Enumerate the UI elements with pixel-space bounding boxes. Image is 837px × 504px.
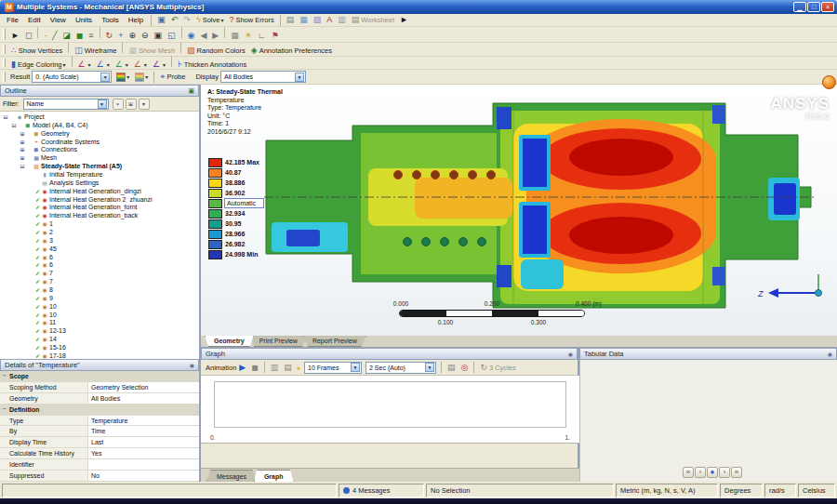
- tree-item[interactable]: ✓ ◉ Internal Heat Generation_dingzi: [0, 187, 199, 195]
- tree-item[interactable]: ✓ ◉ Internal Heat Generation_fornt: [0, 203, 199, 211]
- details-row[interactable]: Calculate Time History Yes: [0, 448, 199, 459]
- next-frame-icon[interactable]: ›: [719, 467, 730, 478]
- legend-value[interactable]: 36.902: [225, 190, 245, 196]
- frames-combobox[interactable]: 10 Frames ▼: [304, 362, 362, 374]
- tree-item[interactable]: ✓ ◉ Internal Heat Generation_back: [0, 211, 199, 219]
- triad[interactable]: Z: [757, 274, 822, 298]
- tree-expander-icon[interactable]: ⊟: [2, 113, 9, 120]
- image-icon[interactable]: ▧: [312, 14, 324, 26]
- zoom-in-icon[interactable]: ⊕: [126, 30, 138, 42]
- status-messages[interactable]: 4 Messages: [339, 484, 424, 497]
- tree-item[interactable]: ✓ ◉ 11: [0, 318, 199, 326]
- menu-item[interactable]: Units: [71, 16, 97, 24]
- tree-item[interactable]: ▮ Initial Temperature: [0, 170, 199, 179]
- tree-item[interactable]: ⊞ ◼ Connections: [0, 145, 199, 153]
- tag-icon[interactable]: ⚑: [270, 30, 281, 42]
- pin-icon[interactable]: ◉: [828, 351, 832, 357]
- tree-item[interactable]: ✓ ◉ 9: [0, 294, 199, 302]
- tree-expander-icon[interactable]: ⊞: [19, 139, 26, 145]
- stop-button[interactable]: ◼: [249, 362, 259, 374]
- menu-item[interactable]: View: [46, 16, 71, 24]
- edge-connectivity-icon[interactable]: ∠: [95, 59, 112, 71]
- viewport-tab[interactable]: Report Preview: [303, 336, 366, 347]
- details-row[interactable]: By Time: [0, 426, 199, 437]
- tree-expander-icon[interactable]: ⊞: [19, 130, 26, 137]
- legend-value[interactable]: 28.966: [225, 231, 245, 237]
- zoom-box-icon[interactable]: ▣: [153, 30, 165, 42]
- tree-expander-icon[interactable]: ⊞: [19, 146, 26, 153]
- tree-item[interactable]: ✓ ◉ 2: [0, 228, 199, 236]
- probe-button[interactable]: ⌖ Probe: [158, 71, 187, 83]
- tree-item[interactable]: ✓ ◉ 17-18: [0, 351, 199, 359]
- tree-item[interactable]: ✓ ◉ 12-13: [0, 326, 199, 335]
- export-video-button[interactable]: ▤: [445, 362, 458, 374]
- details-row[interactable]: Type Temperature: [0, 416, 199, 427]
- details-row[interactable]: Scoping Method Geometry Selection: [0, 382, 199, 393]
- next-view-icon[interactable]: ▶: [210, 30, 220, 42]
- edge-display-icon[interactable]: ∠: [151, 59, 167, 71]
- tree-item[interactable]: ✓ ◉ 6: [0, 253, 199, 261]
- tree-item[interactable]: ✓ ◉ 1: [0, 219, 199, 228]
- tree-item[interactable]: ✓ ◉ 15-16: [0, 343, 199, 351]
- tree-item[interactable]: ⊞ ◼ Geometry: [0, 129, 199, 138]
- pan-icon[interactable]: +: [116, 30, 125, 42]
- annotation-icon[interactable]: A: [325, 14, 334, 26]
- legend-value[interactable]: 32.934: [225, 210, 245, 217]
- expand-all-icon[interactable]: ⊞: [126, 99, 137, 110]
- database-icon[interactable]: ▣: [155, 14, 167, 26]
- tree-item[interactable]: ✓ ◉ 7: [0, 277, 199, 285]
- edge-thickness-icon[interactable]: ∠: [113, 59, 130, 71]
- tree-item[interactable]: ⊞ + Coordinate Systems: [0, 138, 199, 146]
- tree-item[interactable]: ✓ ◉ 10: [0, 302, 199, 311]
- look-at-icon[interactable]: ◉: [186, 30, 197, 42]
- tools-icon[interactable]: ▤: [285, 14, 297, 26]
- fit-icon[interactable]: ◱: [166, 30, 178, 42]
- box-select-icon[interactable]: ◻: [23, 30, 33, 42]
- bottom-tab[interactable]: Graph: [254, 470, 294, 482]
- duration-combobox[interactable]: 2 Sec (Auto) ▼: [365, 362, 436, 374]
- body-filter-icon[interactable]: ◼: [74, 30, 85, 42]
- zoom-out-icon[interactable]: ⊖: [140, 30, 151, 42]
- worksheet-button[interactable]: ▤ Worksheet: [350, 14, 396, 26]
- edge-direction-icon[interactable]: ∠: [76, 59, 93, 71]
- bottom-tab[interactable]: Messages: [206, 470, 257, 482]
- pin-icon[interactable]: ◉: [568, 351, 573, 357]
- annotation-preferences-icon[interactable]: ◈Annotation Preferences: [249, 45, 334, 57]
- play-button[interactable]: ▶: [237, 362, 247, 374]
- legend-value[interactable]: Automatic: [224, 198, 264, 208]
- viewport-tab[interactable]: Print Preview: [250, 336, 307, 347]
- edge-display-button[interactable]: [133, 71, 150, 83]
- export-frames-button[interactable]: ▤: [282, 362, 294, 374]
- details-row[interactable]: Suppressed No: [0, 471, 199, 482]
- close-button[interactable]: ×: [821, 2, 834, 12]
- tree-item[interactable]: ⊟ ◼ Model (A4, B4, C4): [0, 121, 199, 129]
- cycles-button[interactable]: ↻ 3 Cycles: [478, 362, 517, 374]
- menu-item[interactable]: File: [2, 16, 23, 24]
- vertex-filter-icon[interactable]: ∙: [42, 30, 48, 42]
- tree-item[interactable]: ⊞ ▦ Mesh: [0, 153, 199, 162]
- display-combobox[interactable]: All Bodies ▼: [220, 71, 306, 83]
- tree-item[interactable]: ✓ ◉ 14: [0, 335, 199, 343]
- first-frame-icon[interactable]: «: [683, 467, 694, 478]
- details-row[interactable]: Identifier: [0, 459, 199, 471]
- tree-item[interactable]: ✓ ◉ 7: [0, 269, 199, 277]
- undo-icon[interactable]: ↶: [169, 14, 180, 26]
- viewport-tab[interactable]: Geometry: [205, 336, 254, 347]
- menu-item[interactable]: Tools: [97, 16, 124, 24]
- edge-filter-icon[interactable]: ╱: [50, 30, 59, 42]
- tree-item[interactable]: ✓ ◉ 6: [0, 260, 199, 269]
- tree-item[interactable]: ⊟ ◆ Project: [0, 113, 199, 121]
- menu-item[interactable]: Edit: [23, 16, 46, 24]
- legend-value[interactable]: 26.982: [225, 241, 245, 247]
- report-icon[interactable]: ▥: [336, 14, 348, 26]
- contour-style-button[interactable]: [114, 71, 131, 83]
- viewports-icon[interactable]: ▦: [229, 30, 241, 42]
- select-mode-icon[interactable]: ►: [9, 30, 21, 42]
- tree-item[interactable]: ✓ ◉ 8: [0, 285, 199, 294]
- pin-icon[interactable]: ◉: [190, 362, 194, 368]
- minimize-button[interactable]: ▁: [793, 2, 806, 12]
- legend-value[interactable]: 24.998 Min: [225, 251, 258, 258]
- previous-frame-icon[interactable]: ‹: [695, 467, 706, 478]
- details-row[interactable]: −Definition: [0, 405, 199, 416]
- tree-expander-icon[interactable]: ⊞: [19, 154, 26, 161]
